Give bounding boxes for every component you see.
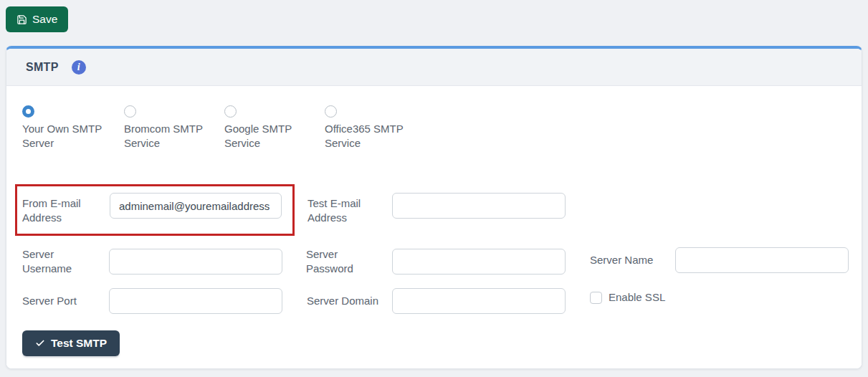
radio-google-smtp-service[interactable]: Google SMTP Service bbox=[224, 105, 315, 151]
radio-label: Your Own SMTP Server bbox=[22, 122, 113, 151]
page-title: SMTP bbox=[26, 61, 59, 74]
checkmark-icon bbox=[35, 338, 45, 348]
server-port-field-group: Server Port bbox=[22, 288, 282, 314]
radio-label: Bromcom SMTP Service bbox=[124, 122, 214, 151]
save-floppy-icon bbox=[16, 14, 27, 25]
enable-ssl-label: Enable SSL bbox=[609, 290, 665, 305]
enable-ssl-checkbox[interactable] bbox=[590, 292, 602, 304]
server-domain-input[interactable] bbox=[392, 288, 566, 314]
radio-label: Google SMTP Service bbox=[224, 122, 315, 151]
test-smtp-button-label: Test SMTP bbox=[51, 337, 107, 350]
server-domain-label: Server Domain bbox=[307, 294, 385, 308]
radio-unselected-icon[interactable] bbox=[124, 105, 136, 118]
test-email-input[interactable] bbox=[392, 193, 566, 219]
radio-unselected-icon[interactable] bbox=[325, 105, 337, 118]
server-username-label: Server Username bbox=[22, 247, 102, 276]
radio-unselected-icon[interactable] bbox=[224, 105, 237, 118]
from-email-input[interactable] bbox=[110, 193, 282, 219]
radio-label: Office365 SMTP Service bbox=[325, 122, 415, 151]
server-domain-field-group: Server Domain bbox=[307, 288, 566, 314]
save-button-label: Save bbox=[32, 13, 57, 26]
server-name-input[interactable] bbox=[675, 247, 849, 273]
info-icon[interactable]: i bbox=[72, 60, 86, 75]
server-password-input[interactable] bbox=[392, 249, 566, 275]
from-email-label: From E-mail Address bbox=[22, 196, 102, 225]
smtp-settings-card: SMTP i Your Own SMTP Server Bromcom SMTP… bbox=[6, 46, 862, 369]
radio-office365-smtp-service[interactable]: Office365 SMTP Service bbox=[325, 105, 415, 151]
server-password-label: Server Password bbox=[306, 247, 385, 276]
enable-ssl-field-group: Enable SSL bbox=[590, 290, 665, 305]
test-email-field-group: Test E-mail Address bbox=[307, 191, 566, 220]
server-port-label: Server Port bbox=[22, 294, 102, 308]
server-password-field-group: Server Password bbox=[306, 247, 566, 276]
card-header: SMTP i bbox=[6, 49, 862, 86]
save-button[interactable]: Save bbox=[6, 6, 68, 32]
server-username-input[interactable] bbox=[109, 249, 282, 275]
server-port-input[interactable] bbox=[109, 288, 282, 314]
radio-bromcom-smtp-service[interactable]: Bromcom SMTP Service bbox=[124, 105, 214, 151]
test-smtp-button[interactable]: Test SMTP bbox=[22, 330, 120, 356]
radio-your-own-smtp-server[interactable]: Your Own SMTP Server bbox=[22, 105, 113, 151]
card-body: Your Own SMTP Server Bromcom SMTP Servic… bbox=[6, 86, 862, 368]
server-username-field-group: Server Username bbox=[22, 247, 282, 276]
from-email-field-group: From E-mail Address bbox=[22, 191, 282, 220]
server-name-field-group: Server Name bbox=[590, 247, 849, 273]
test-email-label: Test E-mail Address bbox=[307, 196, 385, 225]
radio-selected-icon[interactable] bbox=[22, 105, 34, 118]
server-name-label: Server Name bbox=[590, 253, 668, 267]
